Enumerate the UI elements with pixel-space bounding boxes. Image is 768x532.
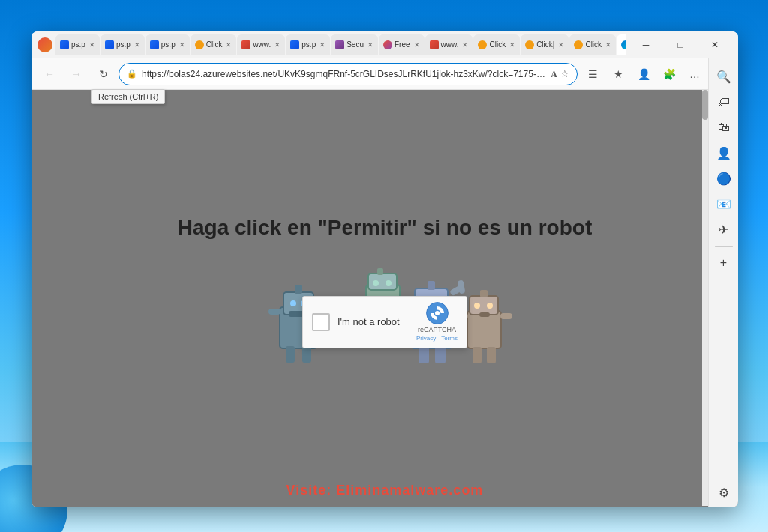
outlook-sidebar-icon[interactable]: 📧: [712, 192, 736, 216]
recaptcha-checkbox[interactable]: [312, 313, 330, 331]
tab-label: www.: [441, 40, 459, 49]
tab-favicon: [621, 40, 626, 49]
svg-point-29: [487, 303, 493, 309]
tab-favicon: [525, 40, 534, 49]
scrollbar-thumb[interactable]: [702, 90, 708, 120]
tab-label: Secu: [346, 40, 364, 49]
collections-button[interactable]: ☰: [580, 62, 604, 86]
page-content: Haga click en "Permitir" si no es un rob…: [32, 90, 738, 507]
svg-rect-9: [302, 346, 311, 363]
url-text: https://bolas24.azurewebsites.net/UKvK9s…: [142, 69, 546, 79]
tab-close-btn[interactable]: ✕: [179, 41, 185, 49]
svg-rect-33: [472, 347, 482, 363]
svg-rect-17: [428, 281, 435, 290]
svg-point-28: [474, 303, 480, 309]
tab-close-btn[interactable]: ✕: [368, 41, 374, 49]
tab-label: ps.p: [302, 40, 316, 49]
svg-rect-2: [295, 285, 302, 294]
tab-11[interactable]: Click| ✕: [520, 34, 568, 55]
toolbar: ← → ↻ Refresh (Ctrl+R) 🔒 https://bolas24…: [32, 58, 738, 90]
tab-12[interactable]: Click ✕: [569, 34, 616, 55]
browser-app-icon: [38, 37, 52, 52]
extensions-button[interactable]: 🧩: [657, 62, 681, 86]
tab-9[interactable]: www. ✕: [425, 34, 473, 55]
telegram-sidebar-icon[interactable]: ✈: [712, 217, 736, 241]
read-mode-icon[interactable]: 𝐀: [550, 68, 557, 80]
collections-sidebar-icon[interactable]: 🏷: [712, 90, 736, 114]
refresh-tooltip: Refresh (Ctrl+R): [92, 89, 165, 104]
settings-sidebar-icon[interactable]: ⚙: [712, 480, 736, 504]
tab-2[interactable]: ps.p ✕: [100, 34, 145, 55]
browser-window: ps.p ✕ ps.p ✕ ps.p ✕ Click ✕: [32, 31, 738, 507]
svg-rect-27: [480, 290, 488, 297]
tab-close-btn[interactable]: ✕: [226, 41, 232, 49]
add-sidebar-icon[interactable]: +: [712, 251, 736, 275]
lock-icon: 🔒: [127, 69, 137, 79]
tab-favicon: [574, 40, 583, 49]
back-button[interactable]: ←: [38, 62, 62, 86]
tab-6[interactable]: ps.p ✕: [286, 34, 330, 55]
tab-close-btn[interactable]: ✕: [414, 41, 420, 49]
recaptcha-widget[interactable]: I'm not a robot reCAPTCHA Privacy - Term…: [302, 296, 467, 348]
tab-4[interactable]: Click ✕: [190, 34, 237, 55]
tab-close-btn[interactable]: ✕: [89, 41, 95, 49]
tab-favicon: [290, 40, 299, 49]
tab-favicon: [105, 40, 114, 49]
forward-button[interactable]: →: [64, 62, 88, 86]
title-bar: ps.p ✕ ps.p ✕ ps.p ✕ Click ✕: [32, 31, 738, 58]
svg-point-13: [373, 280, 379, 286]
tab-close-btn[interactable]: ✕: [462, 41, 468, 49]
recaptcha-logo-icon: [426, 302, 448, 324]
favorites-button[interactable]: ★: [606, 62, 630, 86]
refresh-button[interactable]: ↻: [92, 62, 116, 86]
page-heading: Haga click en "Permitir" si no es un rob…: [178, 216, 592, 240]
svg-point-14: [386, 280, 392, 286]
tab-10[interactable]: Click ✕: [473, 34, 520, 55]
tab-favicon: [60, 40, 69, 49]
close-button[interactable]: ✕: [698, 31, 732, 58]
recaptcha-brand: reCAPTCHA: [418, 326, 456, 333]
right-sidebar: 🔍 🏷 🛍 👤 🔵 📧 ✈ + ⚙: [708, 90, 738, 507]
scrollbar[interactable]: [702, 90, 708, 506]
tab-close-btn[interactable]: ✕: [320, 41, 326, 49]
address-bar[interactable]: 🔒 https://bolas24.azurewebsites.net/UKvK…: [118, 63, 578, 85]
tab-favicon: [195, 40, 204, 49]
tab-13-active[interactable]: Click ✕: [616, 34, 626, 55]
favorites-star-icon[interactable]: ☆: [560, 68, 569, 79]
tab-favicon: [430, 40, 439, 49]
minimize-button[interactable]: ─: [628, 31, 663, 58]
recaptcha-label: I'm not a robot: [338, 316, 409, 327]
office-sidebar-icon[interactable]: 🔵: [712, 166, 736, 190]
content-area: Haga click en "Permitir" si no es un rob…: [32, 90, 738, 507]
more-button[interactable]: …: [682, 62, 706, 86]
profile-sidebar-icon[interactable]: 👤: [712, 141, 736, 165]
tab-close-btn[interactable]: ✕: [558, 41, 564, 49]
svg-rect-26: [470, 296, 498, 315]
maximize-button[interactable]: □: [663, 31, 698, 58]
svg-rect-30: [479, 312, 490, 317]
svg-rect-22: [418, 347, 429, 363]
tab-close-btn[interactable]: ✕: [605, 41, 611, 49]
robots-and-captcha: I'm not a robot reCAPTCHA Privacy - Term…: [257, 262, 512, 382]
svg-point-3: [290, 300, 296, 306]
svg-rect-6: [268, 309, 280, 315]
tab-8[interactable]: Free ✕: [379, 34, 424, 55]
tab-3[interactable]: ps.p ✕: [146, 34, 190, 55]
tab-favicon: [478, 40, 487, 49]
recaptcha-privacy-terms: Privacy - Terms: [416, 335, 458, 342]
downloads-sidebar-icon[interactable]: 🛍: [712, 115, 736, 139]
tab-close-btn[interactable]: ✕: [509, 41, 515, 49]
tab-close-btn[interactable]: ✕: [134, 41, 140, 49]
tab-label: Free: [394, 40, 410, 49]
sidebar-divider: [715, 246, 733, 247]
tab-favicon: [150, 40, 159, 49]
tab-7[interactable]: Secu ✕: [331, 34, 378, 55]
tab-close-btn[interactable]: ✕: [274, 41, 280, 49]
tab-5[interactable]: www. ✕: [237, 34, 285, 55]
tab-favicon: [242, 40, 250, 49]
profile-button[interactable]: 👤: [632, 62, 656, 86]
svg-point-36: [435, 311, 440, 315]
tab-1[interactable]: ps.p ✕: [56, 34, 100, 55]
window-controls: ─ □ ✕: [628, 31, 732, 58]
svg-rect-23: [435, 347, 446, 363]
